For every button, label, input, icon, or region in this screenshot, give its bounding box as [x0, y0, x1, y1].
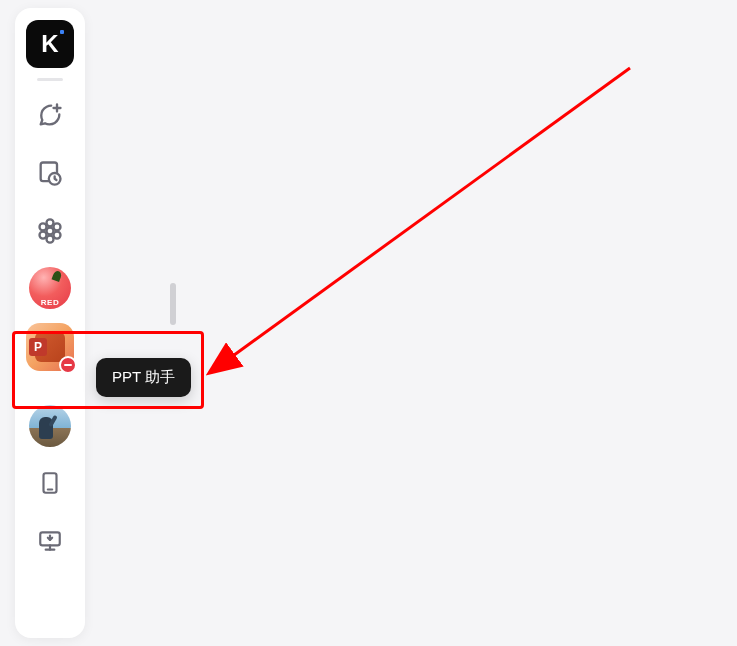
chat-plus-icon — [36, 101, 64, 129]
tooltip-label: PPT 助手 — [112, 368, 175, 385]
sidebar-item-red[interactable]: RED — [29, 267, 71, 309]
new-chat-button[interactable] — [28, 93, 72, 137]
ppt-tooltip: PPT 助手 — [96, 358, 191, 397]
svg-line-15 — [230, 68, 630, 358]
sidebar-divider — [37, 78, 63, 81]
red-avatar-label: RED — [41, 298, 59, 307]
ppt-letter: P — [29, 338, 47, 356]
svg-point-2 — [47, 228, 54, 235]
app-logo[interactable]: K — [26, 20, 74, 68]
sidebar-item-ppt[interactable]: P — [26, 323, 74, 371]
mobile-button[interactable] — [28, 461, 72, 505]
ppt-icon: P — [35, 332, 65, 362]
history-button[interactable] — [28, 151, 72, 195]
svg-point-3 — [47, 219, 54, 226]
monitor-download-icon — [37, 528, 63, 554]
sidebar: K RED P — [15, 8, 85, 638]
svg-point-8 — [40, 232, 47, 239]
annotation-arrow — [200, 58, 650, 378]
svg-point-4 — [47, 236, 54, 243]
flower-icon — [36, 217, 64, 245]
remove-badge-icon[interactable] — [59, 356, 77, 374]
app-logo-letter: K — [41, 30, 58, 58]
sidebar-item-user-avatar[interactable] — [29, 405, 71, 447]
mini-scrollbar[interactable] — [170, 283, 176, 325]
svg-point-7 — [54, 232, 61, 239]
svg-point-5 — [54, 223, 61, 230]
svg-point-6 — [40, 223, 47, 230]
apps-button[interactable] — [28, 209, 72, 253]
tablet-icon — [37, 470, 63, 496]
document-clock-icon — [36, 159, 64, 187]
download-button[interactable] — [28, 519, 72, 563]
